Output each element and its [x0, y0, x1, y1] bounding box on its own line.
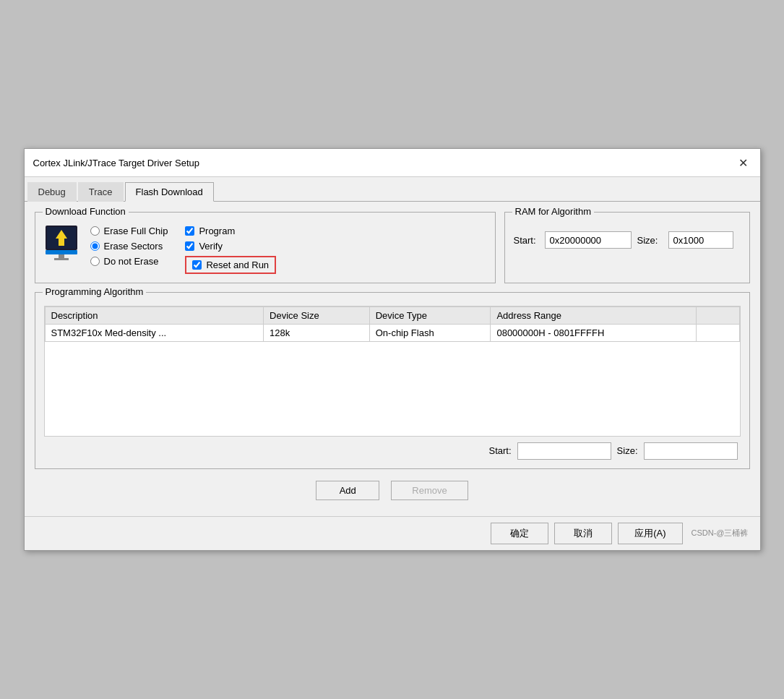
- col-extra: [696, 307, 739, 325]
- algorithm-table: Description Device Size Device Type Addr…: [45, 306, 740, 436]
- checkbox-reset-run[interactable]: Reset and Run: [192, 260, 269, 270]
- radio-erase-sectors[interactable]: Erase Sectors: [90, 241, 168, 252]
- ram-size-label: Size:: [637, 235, 663, 246]
- radio-group: Erase Full Chip Erase Sectors Do not Era…: [90, 226, 168, 267]
- download-function-group: Download Function: [35, 212, 496, 283]
- cell-extra: [696, 325, 739, 342]
- tab-debug[interactable]: Debug: [27, 182, 77, 202]
- cell-device-type: On-chip Flash: [369, 325, 491, 342]
- col-address-range: Address Range: [491, 307, 696, 325]
- checkbox-program-label: Program: [199, 226, 235, 236]
- prog-size-input[interactable]: [644, 442, 738, 460]
- apply-button[interactable]: 应用(A): [618, 523, 682, 544]
- programming-algorithm-group: Programming Algorithm Description Device…: [35, 292, 750, 469]
- checkbox-program-input[interactable]: [185, 226, 194, 236]
- svg-rect-5: [54, 258, 69, 260]
- prog-size-label: Size:: [617, 445, 638, 456]
- button-row: Add Remove: [35, 481, 750, 500]
- col-description: Description: [45, 307, 264, 325]
- cell-description: STM32F10x Med-density ...: [45, 325, 264, 342]
- window-title: Cortex JLink/JTrace Target Driver Setup: [33, 158, 199, 168]
- algorithm-table-container: Description Device Size Device Type Addr…: [44, 306, 741, 437]
- col-device-type: Device Type: [369, 307, 491, 325]
- content-area: Download Function: [25, 202, 760, 516]
- close-button[interactable]: ✕: [736, 155, 751, 171]
- ram-start-input[interactable]: [545, 231, 632, 249]
- svg-rect-3: [46, 250, 77, 254]
- tab-bar: Debug Trace Flash Download: [25, 177, 760, 202]
- ram-group: Start: Size:: [514, 231, 741, 249]
- radio-do-not-erase-label: Do not Erase: [104, 256, 159, 267]
- radio-erase-full-chip[interactable]: Erase Full Chip: [90, 226, 168, 236]
- prog-bottom-row: Start: Size:: [44, 442, 741, 460]
- reset-run-box: Reset and Run: [185, 256, 276, 274]
- footer: 确定 取消 应用(A) CSDN-@三桶裤: [25, 516, 760, 550]
- prog-start-input[interactable]: [517, 442, 611, 460]
- cell-device-size: 128k: [264, 325, 370, 342]
- radio-erase-full-chip-label: Erase Full Chip: [104, 226, 168, 236]
- ram-size-input[interactable]: [668, 231, 733, 249]
- checkbox-verify-input[interactable]: [185, 241, 194, 251]
- programming-algorithm-title: Programming Algorithm: [43, 286, 147, 297]
- checkbox-reset-run-input[interactable]: [192, 260, 202, 270]
- radio-do-not-erase-input[interactable]: [90, 257, 100, 266]
- footer-note: CSDN-@三桶裤: [692, 528, 749, 539]
- ram-start-row: Start: Size:: [514, 231, 741, 249]
- tab-flash-download[interactable]: Flash Download: [125, 182, 214, 202]
- cancel-button[interactable]: 取消: [554, 523, 612, 544]
- checkbox-verify[interactable]: Verify: [185, 241, 276, 252]
- radio-erase-sectors-label: Erase Sectors: [104, 241, 163, 252]
- col-device-size: Device Size: [264, 307, 370, 325]
- confirm-button[interactable]: 确定: [491, 523, 548, 544]
- ram-start-label: Start:: [514, 235, 539, 246]
- ram-for-algorithm-group: RAM for Algorithm Start: Size:: [504, 212, 750, 283]
- download-function-inner: Erase Full Chip Erase Sectors Do not Era…: [44, 224, 486, 274]
- title-bar: Cortex JLink/JTrace Target Driver Setup …: [25, 149, 760, 177]
- radio-erase-full-chip-input[interactable]: [90, 226, 100, 236]
- tab-trace[interactable]: Trace: [78, 182, 124, 202]
- table-row[interactable]: STM32F10x Med-density ... 128k On-chip F…: [45, 325, 739, 342]
- radio-erase-sectors-input[interactable]: [90, 241, 100, 251]
- main-window: Cortex JLink/JTrace Target Driver Setup …: [24, 148, 761, 551]
- cell-address-range: 08000000H - 0801FFFFH: [491, 325, 696, 342]
- checkbox-reset-run-label: Reset and Run: [206, 260, 269, 270]
- download-function-title: Download Function: [43, 206, 129, 217]
- checkbox-verify-label: Verify: [199, 241, 223, 252]
- load-icon: [44, 224, 79, 262]
- top-row: Download Function: [35, 212, 750, 292]
- ram-for-algorithm-title: RAM for Algorithm: [512, 206, 594, 217]
- remove-button[interactable]: Remove: [391, 481, 468, 500]
- prog-start-label: Start:: [489, 445, 512, 456]
- radio-do-not-erase[interactable]: Do not Erase: [90, 256, 168, 267]
- checkbox-program[interactable]: Program: [185, 226, 276, 236]
- checkbox-group: Program Verify Reset and Run: [185, 226, 276, 274]
- add-button[interactable]: Add: [316, 481, 379, 500]
